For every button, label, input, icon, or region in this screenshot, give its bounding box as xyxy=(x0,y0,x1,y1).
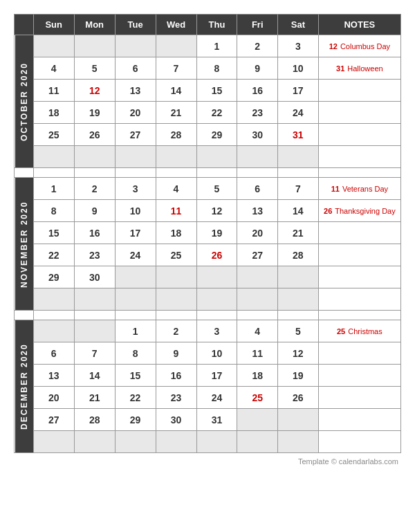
day-cell: 13 xyxy=(237,200,278,222)
day-cell: 3 xyxy=(278,35,319,57)
day-cell xyxy=(33,320,74,342)
day-cell: 31 xyxy=(196,409,237,431)
day-cell: 12 xyxy=(196,200,237,222)
day-cell: 3 xyxy=(115,178,156,200)
day-cell: 8 xyxy=(196,57,237,80)
day-cell: 31 xyxy=(278,124,319,146)
notes-cell xyxy=(318,244,400,266)
calendar-row: 4567891031Halloween xyxy=(15,57,401,80)
notes-cell xyxy=(318,387,400,409)
day-cell: 8 xyxy=(33,200,74,222)
day-cell: 23 xyxy=(156,387,196,409)
note-text: Halloween xyxy=(347,64,382,73)
notes-cell: 31Halloween xyxy=(318,57,400,80)
note-number: 25 xyxy=(337,327,345,336)
mon-header: Mon xyxy=(74,15,115,35)
day-cell: 25 xyxy=(33,124,74,146)
notes-cell: 25Christmas xyxy=(318,320,400,342)
day-cell xyxy=(33,35,74,57)
calendar-row: DECEMBER 20201234525Christmas xyxy=(15,320,401,342)
calendar-row xyxy=(15,431,401,453)
day-cell: 26 xyxy=(74,124,115,146)
day-cell xyxy=(237,431,278,453)
day-cell xyxy=(196,266,237,288)
day-cell: 11 xyxy=(237,342,278,365)
day-cell: 10 xyxy=(196,342,237,365)
day-cell: 24 xyxy=(115,244,156,266)
calendar-row: 2728293031 xyxy=(15,409,401,431)
note-text: Thanksgiving Day xyxy=(335,207,395,215)
day-cell xyxy=(33,431,74,453)
day-cell: 7 xyxy=(278,178,319,200)
day-cell: 5 xyxy=(196,178,237,200)
calendar-row: 15161718192021 xyxy=(15,222,401,244)
day-cell xyxy=(278,409,319,431)
day-cell: 22 xyxy=(196,102,237,124)
calendar-row: 13141516171819 xyxy=(15,365,401,387)
day-cell: 28 xyxy=(74,409,115,431)
tue-header: Tue xyxy=(115,15,156,35)
day-cell: 3 xyxy=(196,320,237,342)
day-cell: 4 xyxy=(33,57,74,80)
sun-header: Sun xyxy=(33,15,74,35)
day-cell: 20 xyxy=(33,387,74,409)
day-cell: 27 xyxy=(115,124,156,146)
note-number: 11 xyxy=(331,185,340,193)
day-cell: 14 xyxy=(278,200,319,222)
notes-cell xyxy=(318,342,400,365)
day-cell: 9 xyxy=(74,200,115,222)
day-cell xyxy=(278,431,319,453)
day-cell: 11 xyxy=(156,200,196,222)
day-cell xyxy=(237,266,278,288)
day-cell: 17 xyxy=(278,80,319,102)
calendar-row: OCTOBER 202012312Columbus Day xyxy=(15,35,401,57)
day-cell: 19 xyxy=(74,102,115,124)
calendar-row xyxy=(15,288,401,311)
notes-cell: 12Columbus Day xyxy=(318,35,400,57)
day-cell: 16 xyxy=(74,222,115,244)
day-cell: 16 xyxy=(156,365,196,387)
day-cell: 13 xyxy=(115,80,156,102)
day-cell: 20 xyxy=(237,222,278,244)
notes-cell xyxy=(318,431,400,453)
note-number: 31 xyxy=(336,64,344,73)
day-cell: 28 xyxy=(156,124,196,146)
notes-cell xyxy=(318,288,400,311)
day-cell xyxy=(156,35,196,57)
fri-header: Fri xyxy=(237,15,278,35)
day-cell: 2 xyxy=(237,35,278,57)
day-cell: 11 xyxy=(33,80,74,102)
day-cell: 18 xyxy=(33,102,74,124)
day-cell: 18 xyxy=(237,365,278,387)
day-cell: 28 xyxy=(278,244,319,266)
notes-cell xyxy=(318,146,400,168)
day-cell xyxy=(74,288,115,311)
day-cell xyxy=(237,288,278,311)
notes-cell xyxy=(318,80,400,102)
day-cell xyxy=(74,35,115,57)
day-cell: 22 xyxy=(115,387,156,409)
calendar-row: 6789101112 xyxy=(15,342,401,365)
day-cell: 26 xyxy=(278,387,319,409)
day-cell: 25 xyxy=(156,244,196,266)
calendar-row: 18192021222324 xyxy=(15,102,401,124)
calendar-row: NOVEMBER 2020123456711Veterans Day xyxy=(15,178,401,200)
day-cell: 1 xyxy=(33,178,74,200)
day-cell: 6 xyxy=(237,178,278,200)
day-cell: 27 xyxy=(237,244,278,266)
day-cell: 21 xyxy=(156,102,196,124)
month-label: DECEMBER 2020 xyxy=(15,320,34,453)
calendar-table: Sun Mon Tue Wed Thu Fri Sat NOTES OCTOBE… xyxy=(14,14,401,453)
notes-cell: 26Thanksgiving Day xyxy=(318,200,400,222)
day-cell: 19 xyxy=(196,222,237,244)
day-cell: 10 xyxy=(115,200,156,222)
day-cell: 7 xyxy=(74,342,115,365)
day-cell xyxy=(33,146,74,168)
notes-header: NOTES xyxy=(318,15,400,35)
month-label: OCTOBER 2020 xyxy=(15,35,34,168)
note-text: Christmas xyxy=(348,327,382,336)
month-separator xyxy=(15,311,401,320)
notes-cell xyxy=(318,266,400,288)
day-cell: 5 xyxy=(74,57,115,80)
month-col-header xyxy=(15,15,34,35)
